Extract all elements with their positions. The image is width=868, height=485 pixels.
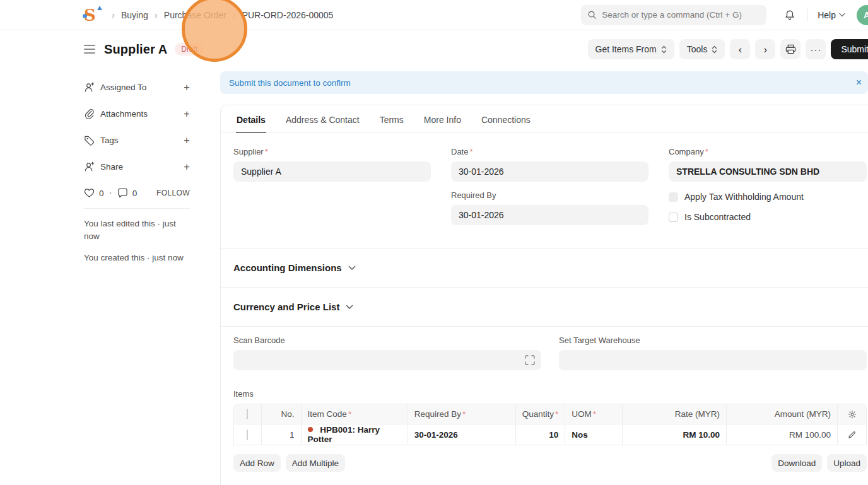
social-row: 0 · 0 FOLLOW xyxy=(84,185,190,201)
page-header: Supplier A Draft Get Items From Tools ‹ … xyxy=(84,38,868,61)
app-logo-icon[interactable]: S xyxy=(84,6,103,25)
sidebar-item-attachments: Attachments + xyxy=(84,105,190,122)
set-target-warehouse-field[interactable] xyxy=(559,350,867,370)
print-button[interactable] xyxy=(780,39,801,59)
sidebar-item-assigned-to: Assigned To + xyxy=(84,78,190,96)
col-header-rate: Rate (MYR) xyxy=(623,404,727,424)
likes-count[interactable]: 0 xyxy=(99,189,104,198)
cell-quantity[interactable]: 10 xyxy=(516,424,566,445)
section-divider xyxy=(221,248,868,248)
supplier-field[interactable] xyxy=(233,161,431,182)
chevron-right-icon: › xyxy=(764,44,768,55)
prev-document-button[interactable]: ‹ xyxy=(730,39,750,59)
dot-separator: · xyxy=(109,187,112,199)
notifications-button[interactable] xyxy=(782,7,798,23)
assign-user-icon xyxy=(84,82,95,93)
sidebar-toggle-icon[interactable] xyxy=(84,45,95,54)
add-share-button[interactable]: + xyxy=(184,161,190,172)
chevron-right-icon: › xyxy=(233,9,236,20)
add-tag-button[interactable]: + xyxy=(184,135,190,146)
heart-icon[interactable] xyxy=(84,188,95,198)
row-checkbox[interactable] xyxy=(247,429,248,440)
table-row[interactable]: 1 HPB001: Harry Potter 30-01-2026 10 Nos… xyxy=(233,424,867,445)
form-tabs: Details Address & Contact Terms More Inf… xyxy=(221,105,868,133)
add-row-button[interactable]: Add Row xyxy=(233,454,281,472)
chevron-down-icon xyxy=(348,266,356,271)
tab-more-info[interactable]: More Info xyxy=(423,108,462,133)
company-label: Company* xyxy=(669,147,867,156)
scan-barcode-label: Scan Barcode xyxy=(233,336,541,345)
paperclip-icon xyxy=(84,108,95,119)
col-header-item-code: Item Code* xyxy=(302,404,408,424)
tab-address-contact[interactable]: Address & Contact xyxy=(285,108,360,133)
chevron-left-icon: ‹ xyxy=(739,44,742,55)
currency-price-list-section[interactable]: Currency and Price List xyxy=(233,294,867,320)
cell-rate[interactable]: RM 10.00 xyxy=(623,424,727,445)
tag-icon xyxy=(84,135,95,146)
get-items-from-button[interactable]: Get Items From xyxy=(588,39,674,59)
next-document-button[interactable]: › xyxy=(755,39,775,59)
edit-row-button[interactable] xyxy=(838,424,867,445)
menu-button[interactable]: ··· xyxy=(806,39,826,59)
add-assignment-button[interactable]: + xyxy=(184,82,190,93)
comment-icon[interactable] xyxy=(117,188,128,198)
search-input[interactable] xyxy=(602,10,760,20)
required-mark: * xyxy=(462,409,466,419)
breadcrumb-purchase-order[interactable]: Purchase Order xyxy=(164,10,226,20)
pencil-icon xyxy=(848,431,856,439)
breadcrumb: › Buying › Purchase Order › PUR-ORD-2026… xyxy=(112,9,333,20)
required-by-field[interactable] xyxy=(451,205,648,225)
tab-details[interactable]: Details xyxy=(236,108,266,133)
section-divider xyxy=(221,326,868,327)
tools-button[interactable]: Tools xyxy=(679,39,725,59)
tab-terms[interactable]: Terms xyxy=(379,108,404,133)
last-edited-note: You last edited this · just now xyxy=(84,218,190,243)
user-avatar[interactable]: A xyxy=(857,5,868,25)
sidebar-divider xyxy=(84,208,190,209)
global-search[interactable] xyxy=(581,5,766,25)
sidebar-item-share: Share + xyxy=(84,158,190,175)
set-target-warehouse-label: Set Target Warehouse xyxy=(559,336,867,345)
breadcrumb-buying[interactable]: Buying xyxy=(121,10,148,20)
cell-item-code[interactable]: HPB001: Harry Potter xyxy=(302,424,408,445)
cell-amount: RM 100.00 xyxy=(727,424,838,445)
add-attachment-button[interactable]: + xyxy=(184,108,190,119)
form-card: Details Address & Contact Terms More Inf… xyxy=(220,105,868,485)
company-field[interactable] xyxy=(669,161,867,182)
chevron-right-icon: › xyxy=(155,9,158,20)
download-button[interactable]: Download xyxy=(771,454,822,472)
required-mark: * xyxy=(555,409,558,419)
upload-button[interactable]: Upload xyxy=(827,454,867,472)
cell-uom[interactable]: Nos xyxy=(565,424,623,445)
add-multiple-button[interactable]: Add Multiple xyxy=(286,454,345,472)
date-label: Date* xyxy=(451,147,648,156)
section-divider xyxy=(221,287,868,288)
scan-barcode-field[interactable] xyxy=(233,350,541,370)
comments-count[interactable]: 0 xyxy=(132,189,138,198)
navbar-divider xyxy=(807,8,807,22)
page-title: Supplier A xyxy=(104,42,167,57)
submit-button[interactable]: Submit xyxy=(831,39,868,59)
accounting-dimensions-section[interactable]: Accounting Dimensions xyxy=(233,255,867,281)
col-header-uom: UOM* xyxy=(565,404,623,424)
tab-connections[interactable]: Connections xyxy=(481,108,531,133)
help-label: Help xyxy=(818,10,836,20)
select-all-checkbox[interactable] xyxy=(247,409,248,419)
items-table: No. Item Code* Required By* Quantity* UO… xyxy=(233,404,867,445)
barcode-scan-icon[interactable] xyxy=(525,355,535,365)
col-header-amount: Amount (MYR) xyxy=(727,404,838,424)
table-actions: Add Row Add Multiple Download Upload xyxy=(233,454,867,472)
help-menu[interactable]: Help xyxy=(818,10,845,20)
date-field[interactable] xyxy=(451,161,648,182)
cell-required-by[interactable]: 30-01-2026 xyxy=(408,424,516,445)
follow-button[interactable]: FOLLOW xyxy=(156,189,190,197)
document-sidebar: Assigned To + Attachments + Tags + Share… xyxy=(84,78,190,273)
status-badge: Draft xyxy=(175,43,204,56)
apply-tax-withholding-checkbox[interactable]: Apply Tax Withholding Amount xyxy=(669,192,867,202)
is-subcontracted-checkbox[interactable]: Is Subcontracted xyxy=(669,212,867,222)
chevron-down-icon xyxy=(839,13,845,17)
close-icon[interactable]: × xyxy=(856,77,862,88)
breadcrumb-document-id[interactable]: PUR-ORD-2026-00005 xyxy=(242,10,334,20)
table-settings-button[interactable] xyxy=(838,404,867,424)
col-header-no: No. xyxy=(262,404,302,424)
